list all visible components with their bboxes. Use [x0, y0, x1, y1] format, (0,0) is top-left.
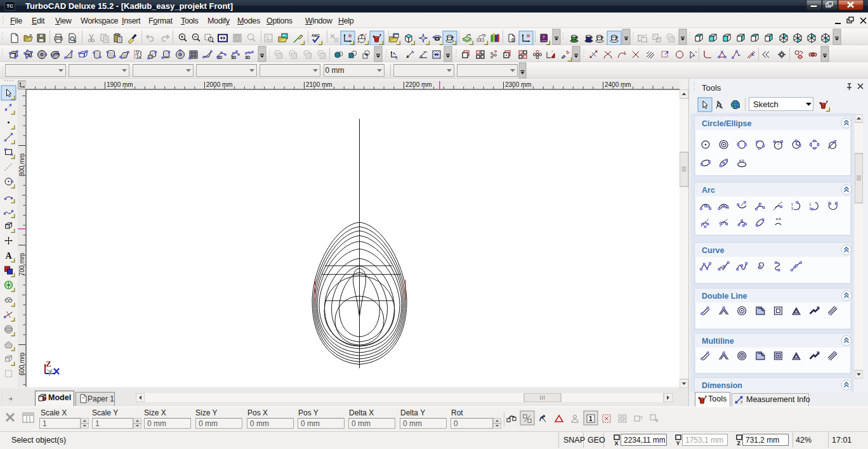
svg-text:2300 mm: 2300 mm: [505, 81, 532, 88]
svg-text:Multiline: Multiline: [702, 337, 734, 346]
svg-text:?: ?: [412, 51, 414, 55]
svg-text:2: 2: [809, 207, 811, 211]
svg-text:Double Line: Double Line: [702, 292, 747, 301]
svg-text:3D: 3D: [245, 55, 251, 60]
svg-text:Arc: Arc: [702, 186, 715, 195]
svg-text:600 mm: 600 mm: [18, 353, 25, 375]
svg-text:1: 1: [809, 202, 811, 206]
svg-text:1: 1: [791, 202, 793, 206]
svg-text:1: 1: [589, 415, 593, 422]
svg-text:Z: Z: [46, 359, 51, 368]
svg-text:Z: Z: [737, 440, 741, 446]
svg-text:a:b: a:b: [776, 217, 782, 221]
svg-text:1900 mm: 1900 mm: [107, 81, 133, 88]
svg-text:?: ?: [740, 400, 743, 405]
svg-text:800 mm: 800 mm: [18, 153, 25, 176]
svg-text:?: ?: [542, 35, 545, 39]
svg-text:2000 mm: 2000 mm: [206, 81, 233, 88]
svg-text:a:b: a:b: [739, 159, 744, 162]
svg-text:2200 mm: 2200 mm: [405, 81, 432, 88]
svg-text:2100 mm: 2100 mm: [306, 81, 332, 88]
svg-text:Y: Y: [676, 440, 680, 446]
svg-text:2400 mm: 2400 mm: [605, 81, 631, 88]
svg-text:3D: 3D: [231, 55, 237, 60]
svg-text:Y: Y: [365, 33, 367, 37]
svg-text:Dimension: Dimension: [702, 381, 742, 390]
svg-text:Circle/Ellipse: Circle/Ellipse: [702, 119, 752, 128]
svg-text:x: x: [357, 40, 359, 44]
svg-text:x: x: [396, 56, 398, 60]
svg-text:700 mm: 700 mm: [18, 253, 25, 276]
svg-text:X: X: [615, 440, 619, 446]
svg-text:Curve: Curve: [702, 246, 724, 255]
svg-text:A: A: [6, 251, 13, 261]
